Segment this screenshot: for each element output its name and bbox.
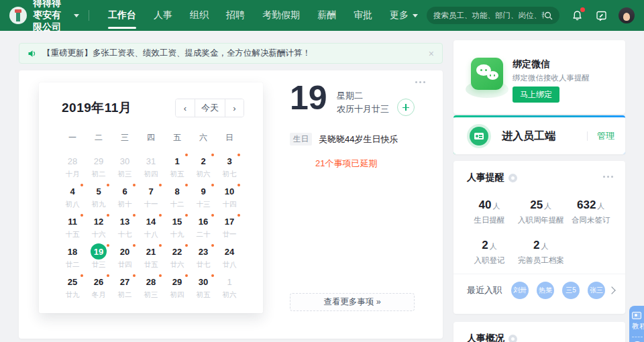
weekday-label: 四 bbox=[138, 132, 164, 144]
user-avatar[interactable] bbox=[619, 7, 635, 23]
event-dot bbox=[159, 274, 162, 277]
event-dot bbox=[133, 244, 136, 247]
employee-portal-card[interactable]: 进入员工端 管理 bbox=[453, 115, 625, 154]
notifications-button[interactable] bbox=[570, 9, 584, 22]
nav-item[interactable]: 人事 bbox=[145, 0, 181, 31]
event-dot bbox=[185, 154, 188, 156]
calendar-day-cell[interactable]: 5 初九 bbox=[86, 182, 112, 212]
add-event-button[interactable] bbox=[397, 99, 415, 116]
view-more-events-button[interactable]: 查看更多事项 » bbox=[290, 293, 415, 311]
calendar-day-cell[interactable]: 30 初三 bbox=[112, 152, 138, 182]
nav-item[interactable]: 组织 bbox=[181, 0, 217, 31]
calendar-day-cell[interactable]: 14 十八 bbox=[138, 212, 164, 242]
stat-item[interactable]: 25人 入职周年提醒 bbox=[512, 198, 570, 225]
stat-item[interactable]: 2人 入职登记 bbox=[467, 239, 512, 266]
manage-link[interactable]: 管理 bbox=[587, 130, 614, 142]
divider bbox=[453, 274, 625, 274]
overdue-items-link[interactable]: 21个事项已延期 bbox=[315, 158, 431, 170]
event-dot bbox=[159, 244, 162, 247]
calendar-day-cell[interactable]: 28 初三 bbox=[138, 272, 164, 302]
calendar-day-cell[interactable]: 6 初十 bbox=[112, 182, 138, 212]
calendar-day-cell[interactable]: 1 初六 bbox=[217, 272, 243, 302]
calendar-day-cell[interactable]: 27 初二 bbox=[112, 272, 138, 302]
calendar-grid: 28 十月 29 初二 30 初三 31 初四 1 初五 2 初六 bbox=[39, 152, 263, 302]
feedback-button[interactable] bbox=[594, 9, 608, 22]
calendar-day-cell[interactable]: 19 廿三 bbox=[86, 242, 112, 272]
employee-avatar[interactable]: 热菜 bbox=[537, 282, 554, 299]
nav-item[interactable]: 工作台 bbox=[99, 0, 145, 31]
today-button[interactable]: 今天 bbox=[195, 99, 225, 117]
search-input[interactable] bbox=[433, 11, 544, 19]
tutorial-float-tab[interactable]: 教程 bbox=[629, 306, 644, 342]
calendar-day-cell[interactable]: 12 十六 bbox=[86, 212, 112, 242]
calendar-day-cell[interactable]: 13 十七 bbox=[112, 212, 138, 242]
day-number: 3 bbox=[227, 156, 231, 166]
calendar-day-cell[interactable]: 28 十月 bbox=[60, 152, 86, 182]
calendar-day-cell[interactable]: 16 二十 bbox=[191, 212, 217, 242]
day-number: 28 bbox=[68, 156, 77, 166]
calendar-day-cell[interactable]: 29 初四 bbox=[164, 272, 191, 302]
calendar-day-cell[interactable]: 2 初六 bbox=[191, 152, 217, 182]
global-search[interactable] bbox=[427, 7, 559, 24]
employee-avatar[interactable]: 三5 bbox=[562, 282, 580, 299]
info-icon[interactable] bbox=[508, 335, 517, 342]
event-dot bbox=[185, 214, 188, 217]
weekday-label: 五 bbox=[164, 132, 191, 144]
bind-now-button[interactable]: 马上绑定 bbox=[513, 87, 559, 103]
calendar-day-cell[interactable]: 21 廿五 bbox=[138, 242, 164, 272]
day-number: 13 bbox=[120, 217, 129, 227]
calendar-day-cell[interactable]: 22 廿六 bbox=[164, 242, 191, 272]
calendar-day-cell[interactable]: 11 十五 bbox=[60, 212, 86, 242]
day-lunar-label: 初七 bbox=[217, 170, 243, 179]
calendar-day-cell[interactable]: 4 初八 bbox=[60, 182, 86, 212]
day-lunar-label: 初八 bbox=[60, 200, 86, 209]
nav-item[interactable]: 考勤假期 bbox=[254, 0, 309, 31]
day-lunar-label: 初五 bbox=[164, 170, 191, 179]
info-icon[interactable] bbox=[508, 174, 517, 182]
next-month-button[interactable]: › bbox=[225, 99, 244, 117]
day-number: 29 bbox=[94, 156, 103, 166]
nav-item[interactable]: 招聘 bbox=[217, 0, 254, 31]
day-lunar-label: 十二 bbox=[164, 200, 191, 209]
calendar-day-cell[interactable]: 1 初五 bbox=[164, 152, 191, 182]
calendar-day-cell[interactable]: 29 初二 bbox=[86, 152, 112, 182]
employee-avatar[interactable]: 张三 bbox=[588, 282, 605, 299]
calendar-day-cell[interactable]: 3 初七 bbox=[217, 152, 243, 182]
stat-item[interactable]: 40人 生日提醒 bbox=[467, 198, 512, 225]
calendar-day-cell[interactable]: 15 十九 bbox=[164, 212, 191, 242]
prev-month-button[interactable]: ‹ bbox=[176, 99, 195, 117]
calendar-day-cell[interactable]: 30 初五 bbox=[191, 272, 217, 302]
calendar-day-cell[interactable]: 25 廿九 bbox=[60, 272, 86, 302]
calendar-day-cell[interactable]: 17 廿一 bbox=[217, 212, 243, 242]
calendar-day-cell[interactable]: 23 廿七 bbox=[191, 242, 217, 272]
chevron-right-icon[interactable] bbox=[608, 286, 615, 294]
reminder-more-menu[interactable] bbox=[603, 176, 613, 178]
nav-item[interactable]: 更多 bbox=[381, 0, 427, 31]
calendar-day-cell[interactable]: 7 十一 bbox=[138, 182, 164, 212]
day-lunar-label: 初九 bbox=[86, 200, 112, 209]
day-number: 6 bbox=[122, 186, 127, 196]
calendar-day-cell[interactable]: 31 初四 bbox=[138, 152, 164, 182]
stat-unit: 人 bbox=[490, 242, 497, 250]
company-selector[interactable]: 得得得枣安有限公司 bbox=[33, 0, 79, 34]
day-lunar-label: 初三 bbox=[112, 170, 138, 179]
nav-item[interactable]: 审批 bbox=[345, 0, 381, 31]
calendar-day-cell[interactable]: 20 廿四 bbox=[112, 242, 138, 272]
employee-avatar[interactable]: 刘卅 bbox=[511, 282, 529, 299]
close-icon[interactable]: × bbox=[429, 49, 434, 58]
calendar-day-cell[interactable]: 9 十三 bbox=[191, 182, 217, 212]
nav-item[interactable]: 薪酬 bbox=[309, 0, 345, 31]
top-navigation-bar: 得得得枣安有限公司 工作台 人事 组织 招聘 考勤假期 薪酬 审批 更多 bbox=[0, 0, 644, 31]
stat-item[interactable]: 2人 完善员工档案 bbox=[512, 239, 570, 266]
event-dot bbox=[133, 214, 136, 217]
calendar-day-cell[interactable]: 10 十四 bbox=[217, 182, 243, 212]
event-dot bbox=[107, 244, 109, 247]
calendar-day-cell[interactable]: 24 廿八 bbox=[217, 242, 243, 272]
stat-item[interactable]: 632人 合同未签订 bbox=[570, 198, 612, 225]
calendar-day-cell[interactable]: 18 廿二 bbox=[60, 242, 86, 272]
day-number: 18 bbox=[68, 247, 77, 257]
calendar-day-cell[interactable]: 26 冬月 bbox=[86, 272, 112, 302]
notification-badge bbox=[580, 7, 585, 12]
calendar-header: 2019年11月 ‹ 今天 › bbox=[39, 82, 263, 117]
calendar-day-cell[interactable]: 8 十二 bbox=[164, 182, 191, 212]
